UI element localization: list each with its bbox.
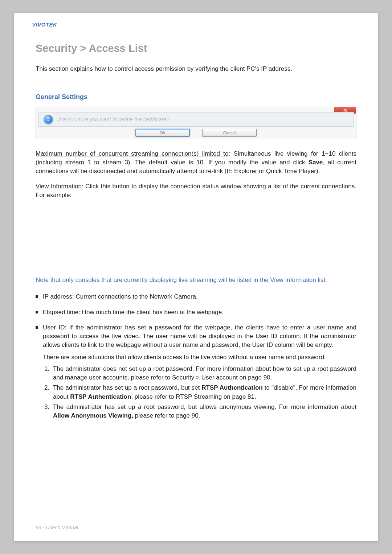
label-save: Save bbox=[309, 159, 323, 166]
cancel-button[interactable]: Cancel bbox=[202, 129, 257, 137]
paragraph-max-connections: Maximum number of concurrent streaming c… bbox=[36, 149, 356, 176]
label-max-connections: Maximum number of concurrent streaming c… bbox=[36, 150, 228, 157]
page: VIVOTEK Security > Access List This sect… bbox=[14, 13, 378, 541]
text: , please refer to RTSP Streaming on page… bbox=[131, 393, 256, 400]
page-footer: 96 - User's Manual bbox=[36, 525, 78, 530]
text: The administrator has set up a root pass… bbox=[53, 384, 201, 391]
ok-button[interactable]: OK bbox=[135, 129, 190, 137]
list-item: Elapsed time: How much time the client h… bbox=[36, 308, 356, 317]
dialog-body: ? Are you sure you want to delete the ce… bbox=[38, 112, 354, 127]
brand-logo: VIVOTEK bbox=[32, 21, 360, 28]
page-header: VIVOTEK bbox=[14, 13, 378, 33]
confirm-dialog: ? Are you sure you want to delete the ce… bbox=[36, 107, 356, 139]
list-item: The administrator has set up a root pass… bbox=[43, 383, 356, 401]
label-view-information: View Information bbox=[36, 183, 82, 190]
sub-paragraph: There are some situations that allow cli… bbox=[43, 353, 356, 362]
breadcrumb: Security > Access List bbox=[36, 42, 356, 54]
label-allow-anon: Allow Anonymous Viewing, bbox=[53, 412, 133, 419]
list-item: User ID: If the administrator has set a … bbox=[36, 323, 356, 420]
list-item: IP address: Current connections to the N… bbox=[36, 292, 356, 301]
text: The administrator has set up a root pass… bbox=[53, 403, 356, 410]
text: please refer to page 90. bbox=[133, 412, 200, 419]
bullet-list: IP address: Current connections to the N… bbox=[36, 292, 356, 420]
paragraph-view-information: View Information: Click this button to d… bbox=[36, 182, 356, 200]
numbered-list: The administrator does not set up a root… bbox=[43, 365, 356, 420]
header-rule bbox=[32, 30, 360, 30]
dialog-button-row: OK Cancel bbox=[36, 129, 356, 137]
note-paragraph: Note that only consoles that are current… bbox=[36, 276, 356, 284]
text: : Click this button to display the conne… bbox=[36, 183, 356, 198]
label-rtsp-auth: RTSP Authentication bbox=[70, 393, 131, 400]
page-content: Security > Access List This section expl… bbox=[14, 33, 378, 420]
list-item: The administrator does not set up a root… bbox=[43, 365, 356, 382]
text: User ID: If the administrator has set a … bbox=[43, 324, 356, 348]
dialog-message: Are you sure you want to delete the cert… bbox=[58, 116, 169, 122]
section-heading-general-settings: General Settings bbox=[36, 93, 356, 101]
intro-paragraph: This section explains how to control acc… bbox=[36, 65, 356, 74]
list-item: The administrator has set up a root pass… bbox=[43, 403, 356, 420]
label-rtsp-auth: RTSP Authentication bbox=[201, 384, 262, 391]
question-icon: ? bbox=[44, 115, 53, 124]
